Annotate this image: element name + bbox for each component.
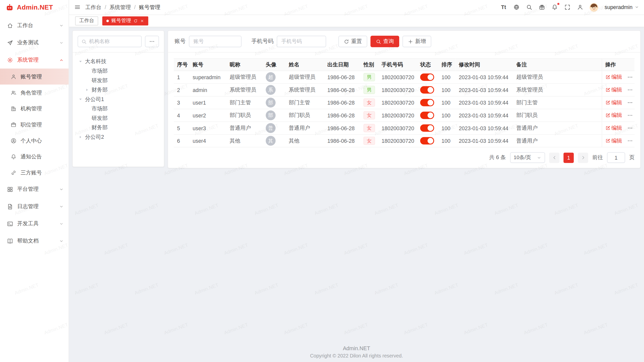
sidebar-item-dev-tools[interactable]: 开发工具 <box>0 215 69 233</box>
logo[interactable]: Admin.NET <box>0 0 69 15</box>
fullscreen-icon[interactable] <box>564 4 571 10</box>
next-page-button[interactable] <box>578 153 588 163</box>
org-tree: 大名科技市场部研发部财务部分公司1市场部研发部财务部分公司2 <box>78 57 159 142</box>
user-menu[interactable]: superadmin <box>605 4 639 10</box>
status-toggle[interactable] <box>420 112 434 119</box>
notification-icon[interactable] <box>551 4 558 10</box>
gender-badge: 男 <box>364 86 375 94</box>
more-button[interactable] <box>627 87 633 93</box>
more-button[interactable] <box>627 74 633 80</box>
breadcrumb-item[interactable]: 账号管理 <box>139 4 160 11</box>
cell-account: admin <box>189 83 226 96</box>
cell-remark: 系统管理员 <box>513 83 602 96</box>
org-search-input[interactable] <box>89 38 138 44</box>
caret-icon[interactable] <box>85 88 92 92</box>
sidebar-item-org-mgmt[interactable]: 机构管理 <box>0 101 69 117</box>
tree-node[interactable]: 市场部 <box>78 104 159 113</box>
reset-button[interactable]: 重置 <box>338 36 367 47</box>
refresh-icon[interactable] <box>134 19 138 23</box>
prev-page-button[interactable] <box>549 153 559 163</box>
more-button[interactable] <box>627 138 633 144</box>
cell-birth: 1986-06-28 <box>324 109 360 122</box>
tree-node[interactable]: 分公司2 <box>78 132 159 142</box>
search-button[interactable]: 查询 <box>371 36 399 47</box>
org-panel: 大名科技市场部研发部财务部分公司1市场部研发部财务部分公司2 <box>72 30 164 167</box>
sidebar-item-third-account[interactable]: 三方账号 <box>0 165 69 181</box>
status-toggle[interactable] <box>420 137 434 144</box>
status-toggle[interactable] <box>420 73 434 81</box>
chevron-up-icon <box>59 58 64 62</box>
gender-badge: 女 <box>364 99 375 107</box>
tree-node[interactable]: 分公司1 <box>78 95 159 104</box>
more-button[interactable] <box>627 100 633 106</box>
cell-gender: 男 <box>360 71 378 84</box>
phone-input[interactable] <box>277 36 326 47</box>
globe-icon[interactable] <box>513 4 519 10</box>
account-input[interactable] <box>189 36 242 47</box>
sidebar-item-system-mgmt[interactable]: 系统管理 <box>0 51 69 69</box>
tab-account-mgmt[interactable]: 账号管理 <box>102 16 148 25</box>
tree-node[interactable]: 市场部 <box>78 66 159 76</box>
status-toggle[interactable] <box>420 86 434 94</box>
sidebar-item-personal-center[interactable]: 个人中心 <box>0 132 69 149</box>
font-size-icon[interactable]: Tt <box>500 4 507 10</box>
goto-page-input[interactable] <box>607 152 625 163</box>
cell-nickname: 超级管理员 <box>226 71 263 84</box>
cell-no: 1 <box>174 71 189 84</box>
caret-icon[interactable] <box>78 135 85 139</box>
cell-modified: 2023-01-03 10:59:44 <box>456 83 513 96</box>
search-icon[interactable] <box>526 4 532 10</box>
sidebar-item-log-mgmt[interactable]: 日志管理 <box>0 198 69 215</box>
org-more-button[interactable] <box>145 36 159 47</box>
tree-node[interactable]: 财务部 <box>78 123 159 132</box>
cell-ops: 编辑 <box>602 122 635 134</box>
edit-button[interactable]: 编辑 <box>605 124 622 132</box>
sidebar-item-platform-mgmt[interactable]: 平台管理 <box>0 180 69 198</box>
sidebar-item-help-docs[interactable]: 帮助文档 <box>0 232 69 250</box>
edit-button[interactable]: 编辑 <box>605 137 622 144</box>
column-header: 备注 <box>513 59 602 71</box>
page-size-select[interactable]: 10条/页 <box>510 152 545 163</box>
cell-no: 4 <box>174 109 189 122</box>
page-1-button[interactable]: 1 <box>564 153 574 163</box>
bell-icon <box>11 154 16 159</box>
cell-status <box>417 134 438 147</box>
username: superadmin <box>605 4 632 10</box>
status-toggle[interactable] <box>420 99 434 106</box>
edit-button[interactable]: 编辑 <box>605 112 622 119</box>
sidebar-item-workbench[interactable]: 工作台 <box>0 17 69 34</box>
breadcrumb-item[interactable]: 系统管理 <box>109 4 131 11</box>
tree-node[interactable]: 研发部 <box>78 75 159 85</box>
caret-icon[interactable] <box>78 59 85 63</box>
sidebar-item-notice[interactable]: 通知公告 <box>0 149 69 165</box>
caret-icon[interactable] <box>78 97 85 101</box>
hamburger-icon[interactable] <box>74 4 80 10</box>
cell-nickname: 部门职员 <box>226 109 263 122</box>
more-button[interactable] <box>627 112 633 118</box>
edit-button[interactable]: 编辑 <box>605 99 622 106</box>
more-button[interactable] <box>627 125 633 131</box>
sidebar-item-position-mgmt[interactable]: 职位管理 <box>0 117 69 133</box>
close-icon[interactable] <box>140 19 144 23</box>
add-button[interactable]: 新增 <box>403 36 431 47</box>
chevron-down-icon <box>537 155 541 160</box>
cell-birth: 1986-06-28 <box>324 96 360 109</box>
sidebar-item-account-mgmt[interactable]: 账号管理 <box>0 69 69 85</box>
breadcrumb-item[interactable]: 工作台 <box>86 4 102 11</box>
tree-node[interactable]: 财务部 <box>78 85 159 95</box>
avatar[interactable] <box>589 3 598 12</box>
theme-icon[interactable] <box>539 4 545 10</box>
tree-node[interactable]: 研发部 <box>78 113 159 123</box>
status-toggle[interactable] <box>420 124 434 132</box>
column-header: 姓名 <box>286 59 324 71</box>
sidebar-item-business-test[interactable]: 业务测试 <box>0 34 69 52</box>
tree-node[interactable]: 大名科技 <box>78 57 159 66</box>
tab-workbench[interactable]: 工作台 <box>75 16 98 25</box>
column-header: 性别 <box>360 59 378 71</box>
cell-avatar: 系 <box>262 83 285 96</box>
cell-remark: 普通用户 <box>513 134 602 147</box>
edit-button[interactable]: 编辑 <box>605 86 622 94</box>
profile-icon[interactable] <box>577 4 583 10</box>
edit-button[interactable]: 编辑 <box>605 73 622 81</box>
sidebar-item-role-mgmt[interactable]: 角色管理 <box>0 84 69 101</box>
